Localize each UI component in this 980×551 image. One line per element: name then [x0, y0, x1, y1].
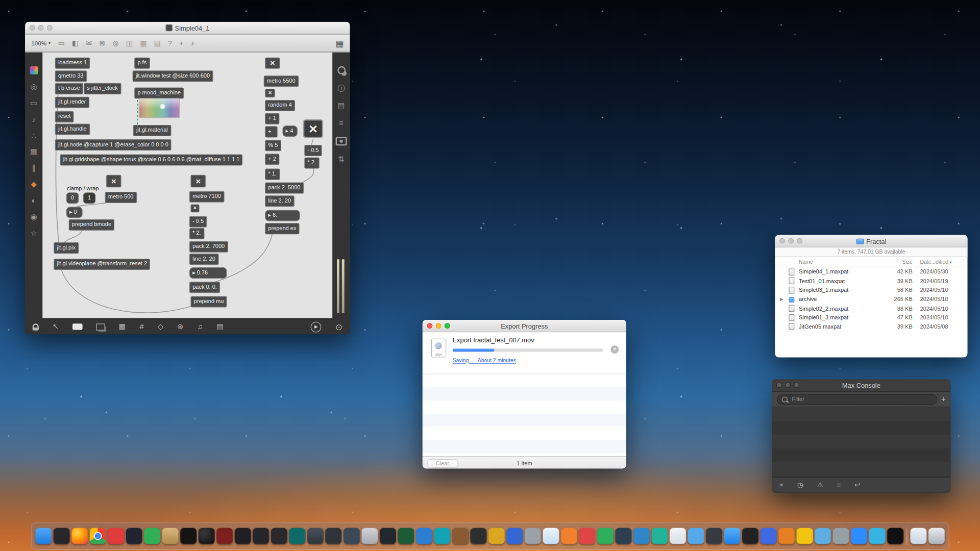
- dock-app-icon[interactable]: [833, 528, 849, 544]
- dock-app-icon[interactable]: [344, 528, 360, 544]
- patch-box[interactable]: 1: [83, 192, 95, 204]
- dock-app-icon[interactable]: [325, 528, 341, 544]
- toolbar-icon[interactable]: ▭: [58, 40, 65, 46]
- dock-app-icon[interactable]: [216, 528, 233, 544]
- patch-box[interactable]: + 2: [265, 154, 279, 165]
- patch-box[interactable]: metro 5500: [264, 76, 299, 87]
- patch-box[interactable]: prepend mu: [190, 296, 227, 307]
- finder-file-row[interactable]: Simple02_2.maxpat 38 KB 2024/05/10: [775, 304, 967, 313]
- dock-app-icon[interactable]: [910, 528, 926, 544]
- patch-box[interactable]: ×: [106, 175, 121, 187]
- minimize-button[interactable]: [788, 238, 794, 244]
- minimize-button[interactable]: [785, 382, 791, 388]
- minimize-button[interactable]: [435, 323, 441, 329]
- zoom-button[interactable]: [797, 238, 802, 244]
- bottom-toolbar-icon[interactable]: ↖: [53, 323, 59, 331]
- dock-app-icon[interactable]: [851, 528, 867, 544]
- toolbar-icon[interactable]: ◫: [126, 40, 133, 46]
- sidebar-icon[interactable]: ▤: [338, 102, 345, 110]
- toolbar-icon[interactable]: ◧: [72, 40, 79, 46]
- sidebar-icon[interactable]: ∥: [32, 164, 35, 172]
- dock-app-icon[interactable]: [180, 528, 197, 544]
- patch-box[interactable]: jit.gl.gridshape @shape torus @scale 0.6…: [60, 154, 243, 165]
- dock-app-icon[interactable]: [307, 528, 324, 544]
- patcher-canvas[interactable]: loadmess 1qmetro 33t b erases jitter_clo…: [42, 53, 332, 318]
- patch-box[interactable]: pack 0. 0.: [189, 282, 220, 293]
- filter-input[interactable]: [791, 395, 933, 403]
- toolbar-icon[interactable]: ?: [168, 40, 172, 46]
- clear-button[interactable]: Clear: [428, 459, 457, 467]
- bottom-toolbar-icon[interactable]: ▦: [119, 323, 126, 331]
- sidebar-icon[interactable]: ∴: [31, 132, 36, 139]
- zoom-button[interactable]: [47, 25, 53, 31]
- dock-app-icon[interactable]: [398, 528, 414, 544]
- patch-box[interactable]: p mood_machine: [134, 87, 184, 98]
- patcher-titlebar[interactable]: Simple04_1: [25, 22, 350, 34]
- toolbar-icon[interactable]: ▤: [154, 40, 161, 46]
- console-toolbar-icon[interactable]: ×: [779, 481, 783, 488]
- patch-box[interactable]: prepend ex: [265, 223, 299, 234]
- patch-box[interactable]: ×: [190, 204, 199, 212]
- patch-box[interactable]: ▸ 0.76: [189, 267, 227, 279]
- patch-box[interactable]: ×: [190, 175, 205, 187]
- dock-app-icon[interactable]: [670, 528, 686, 544]
- sidebar-icon[interactable]: ◎: [31, 83, 37, 91]
- sidebar-icon[interactable]: [337, 66, 346, 74]
- patch-box[interactable]: p fs: [134, 58, 150, 69]
- dock-app-icon[interactable]: [452, 528, 469, 544]
- close-button[interactable]: [776, 382, 782, 388]
- patch-box[interactable]: ▸ 0: [66, 207, 83, 218]
- finder-file-row[interactable]: Simple04_1.maxpat 42 KB 2024/05/30: [775, 267, 967, 277]
- bottom-toolbar-icon[interactable]: ♫: [197, 323, 203, 331]
- dock-app-icon[interactable]: [869, 528, 886, 544]
- finder-file-row[interactable]: Test01_01.maxpat 39 KB 2024/05/19: [775, 277, 967, 286]
- export-status-link[interactable]: Saving... - About 2 minutes: [453, 357, 516, 363]
- dock-app-icon[interactable]: [416, 528, 432, 544]
- patch-box[interactable]: ▸ 6.: [265, 210, 300, 221]
- dock-app-icon[interactable]: [235, 528, 251, 544]
- patch-box[interactable]: loadmess 1: [55, 58, 90, 69]
- patch-box[interactable]: pack 2. 5000: [265, 183, 303, 194]
- patch-box[interactable]: * 2.: [304, 158, 319, 169]
- finder-file-row[interactable]: Simple03_1.maxpat 58 KB 2024/05/10: [775, 286, 967, 295]
- patch-box[interactable]: pack 2. 7000: [189, 241, 228, 253]
- toolbar-icon[interactable]: +: [179, 40, 183, 46]
- patch-box[interactable]: jit.gl.material: [133, 125, 171, 136]
- lock-icon[interactable]: [33, 323, 39, 330]
- close-button[interactable]: [30, 25, 35, 31]
- column-header-size[interactable]: Size: [884, 259, 917, 265]
- bottom-toolbar-icon[interactable]: ⊛: [177, 323, 183, 331]
- sidebar-icon[interactable]: ⓘ: [337, 84, 345, 92]
- column-header-name[interactable]: Name: [799, 259, 884, 265]
- disclosure-triangle-icon[interactable]: ▶: [780, 297, 789, 302]
- dock-app-icon[interactable]: [652, 528, 668, 544]
- sidebar-icon[interactable]: ◉: [31, 213, 37, 221]
- dock-app-icon[interactable]: [778, 528, 795, 544]
- close-button[interactable]: [427, 323, 432, 329]
- sidebar-icon[interactable]: ♪: [32, 116, 35, 123]
- zoom-button[interactable]: [794, 382, 799, 388]
- zoom-select[interactable]: 100%▾: [31, 40, 51, 46]
- dock-app-icon[interactable]: [506, 528, 523, 544]
- dock-app-icon[interactable]: [633, 528, 650, 544]
- dock-app-icon[interactable]: [54, 528, 70, 544]
- dock-app-icon[interactable]: [253, 528, 269, 544]
- dock-app-icon[interactable]: [815, 528, 831, 544]
- patch-box[interactable]: prepend bmode: [69, 219, 114, 231]
- toolbar-icon[interactable]: ◎: [113, 40, 119, 46]
- console-toolbar-icon[interactable]: ⚠: [817, 481, 823, 488]
- close-button[interactable]: [779, 238, 785, 244]
- dock-app-icon[interactable]: [162, 528, 179, 544]
- sidebar-icon[interactable]: [30, 66, 38, 74]
- zoom-button[interactable]: [445, 323, 450, 329]
- patch-box[interactable]: - 0.5: [304, 145, 322, 156]
- patch-box[interactable]: jit.gl.handle: [55, 123, 90, 135]
- dock-app-icon[interactable]: [71, 528, 88, 544]
- dock-app-icon[interactable]: [289, 528, 305, 544]
- patch-box[interactable]: * 2.: [189, 228, 204, 239]
- sidebar-icon[interactable]: ⇅: [338, 156, 344, 163]
- dock-app-icon[interactable]: [525, 528, 541, 544]
- dock-app-icon[interactable]: [361, 528, 378, 544]
- dock-app-icon[interactable]: [561, 528, 577, 544]
- minimize-button[interactable]: [38, 25, 44, 31]
